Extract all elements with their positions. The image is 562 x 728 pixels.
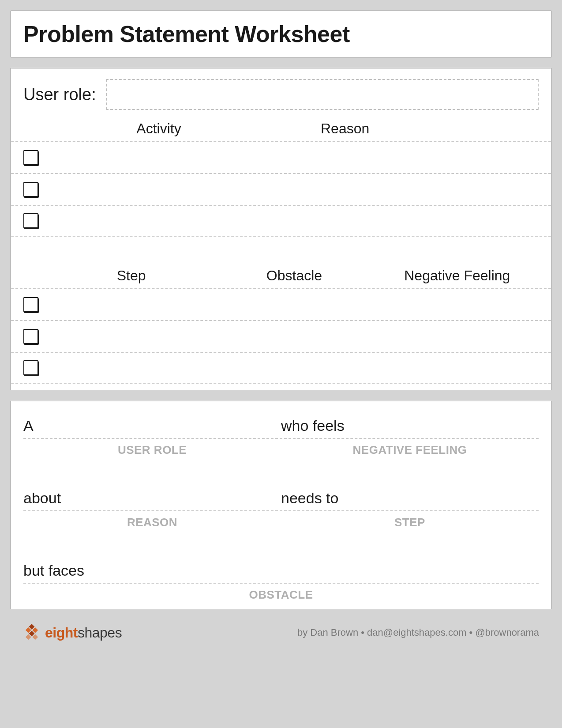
table-row [11, 320, 551, 352]
row-checkbox[interactable] [23, 297, 38, 312]
statement-label-negative-feeling: NEGATIVE FEELING [281, 443, 539, 457]
user-role-label: User role: [23, 85, 96, 104]
table-row [11, 288, 551, 320]
table-row [11, 173, 551, 205]
column-header-step: Step [50, 268, 213, 284]
user-role-field[interactable] [106, 79, 539, 110]
statement-prompt-needs-to: needs to [281, 490, 539, 507]
column-header-reason: Reason [268, 121, 539, 137]
svg-rect-5 [26, 634, 31, 640]
row-checkbox[interactable] [23, 360, 38, 375]
statement-label-reason: REASON [23, 516, 281, 529]
svg-rect-4 [32, 634, 38, 640]
step-obstacle-feeling-table: Step Obstacle Negative Feeling [11, 268, 551, 384]
svg-rect-0 [29, 624, 35, 630]
row-checkbox[interactable] [23, 213, 38, 228]
table-header: Activity Reason [11, 121, 551, 141]
svg-rect-1 [32, 627, 38, 633]
svg-rect-3 [29, 631, 35, 637]
worksheet-input-panel: User role: Activity Reason [11, 68, 551, 390]
table-row [11, 352, 551, 384]
column-header-negative-feeling: Negative Feeling [376, 268, 539, 284]
statement-labels: REASON STEP [23, 511, 539, 529]
svg-rect-2 [26, 627, 31, 633]
statement-prompt-but-faces: but faces [23, 562, 539, 579]
brand: eightshapes [23, 624, 122, 641]
statement-prompt-about: about [23, 490, 281, 507]
table-row [11, 205, 551, 237]
page-title: Problem Statement Worksheet [23, 21, 539, 47]
statement-row: but faces [23, 562, 539, 584]
statement-label-obstacle: OBSTACLE [23, 588, 539, 602]
title-panel: Problem Statement Worksheet [11, 11, 551, 57]
statement-row: A who feels [23, 417, 539, 439]
footer: eightshapes by Dan Brown • dan@eightshap… [11, 620, 551, 645]
activity-reason-table: Activity Reason [11, 121, 551, 237]
row-checkbox[interactable] [23, 329, 38, 344]
statement-labels: OBSTACLE [23, 584, 539, 602]
statement-row: about needs to [23, 490, 539, 511]
user-role-row: User role: [11, 79, 551, 121]
statement-label-step: STEP [281, 516, 539, 529]
table-row [11, 141, 551, 173]
row-checkbox[interactable] [23, 182, 38, 197]
statement-labels: USER ROLE NEGATIVE FEELING [23, 439, 539, 457]
statement-prompt-a: A [23, 417, 281, 434]
column-header-activity: Activity [50, 121, 268, 137]
byline: by Dan Brown • dan@eightshapes.com • @br… [297, 627, 539, 638]
row-checkbox[interactable] [23, 150, 38, 165]
statement-prompt-who-feels: who feels [281, 417, 539, 434]
table-header: Step Obstacle Negative Feeling [11, 268, 551, 288]
brand-name: eightshapes [45, 625, 122, 641]
statement-label-user-role: USER ROLE [23, 443, 281, 457]
problem-statement-panel: A who feels USER ROLE NEGATIVE FEELING a… [11, 401, 551, 609]
eightshapes-logo-icon [23, 624, 41, 641]
column-header-obstacle: Obstacle [213, 268, 375, 284]
